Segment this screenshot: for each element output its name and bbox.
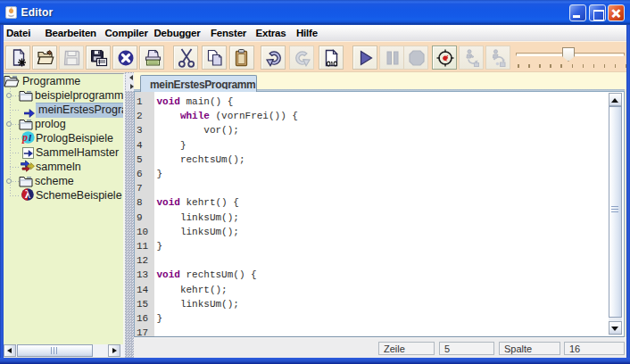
svg-text:p: p — [21, 131, 28, 144]
svg-text:λ: λ — [25, 188, 30, 201]
